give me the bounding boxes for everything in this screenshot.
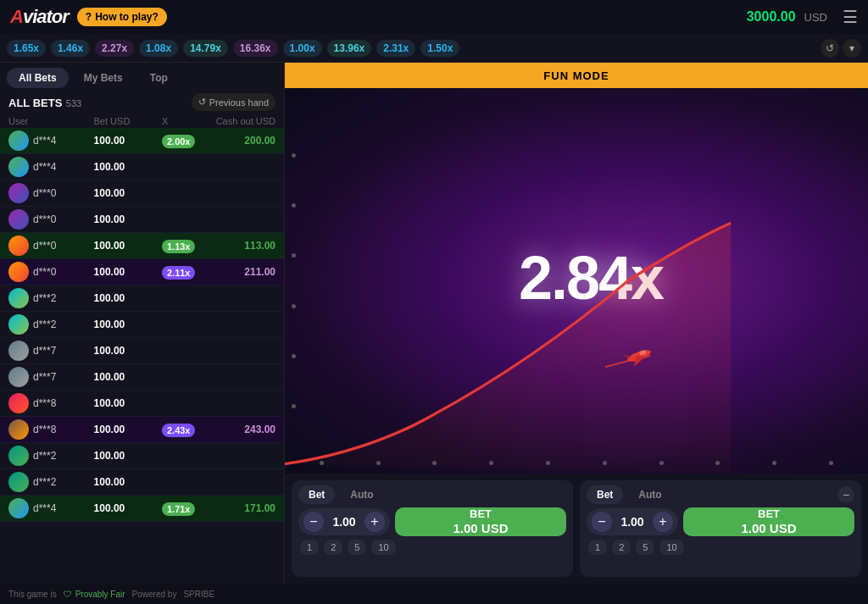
fun-mode-text: FUN MODE [543,69,609,82]
x-badge: 1.71x [162,502,196,516]
bet-stepper-1-plus[interactable]: + [364,512,385,532]
bet-tab-2-auto[interactable]: Auto [628,485,671,504]
avatar [8,262,29,282]
bet-row: d***4 100.00 2.00x 200.00 [0,128,284,154]
prev-hand-label: Previous hand [209,97,269,108]
mult-history-button[interactable]: ↺ [821,39,839,58]
footer-bar: This game is 🛡 Provably Fair Powered by … [0,584,868,604]
quick-amt-1-1[interactable]: 1 [300,540,319,555]
tab-all-bets[interactable]: All Bets [7,68,69,88]
avatar [8,288,29,308]
bet-tab-1-auto[interactable]: Auto [340,485,383,504]
cashout-amount: 211.00 [208,266,275,278]
avatar [8,472,29,492]
logo-text: Aviator [10,6,69,28]
bet-panel-2-close[interactable]: − [837,486,854,503]
history-icon: ↺ [198,97,206,108]
quick-amt-1-2[interactable]: 2 [324,540,342,555]
bet-btn-1-amount: 1.00 USD [453,521,508,536]
bet-stepper-1-minus[interactable]: − [303,512,324,532]
bet-row: d***8 100.00 [0,391,284,417]
mult-pill-1[interactable]: 1.46x [51,40,90,57]
mult-pill-7[interactable]: 13.96x [327,40,372,57]
bet-amount: 100.00 [94,187,162,199]
graph-dot [829,461,833,465]
col-header-user: User [8,116,94,126]
footer-fair[interactable]: 🛡 Provably Fair [64,590,125,599]
bet-btn-2-amount: 1.00 USD [741,521,796,536]
bet-amount: 100.00 [94,476,162,488]
graph-dot [603,461,607,465]
graph-dot [659,461,664,465]
bet-main-button-1[interactable]: BET 1.00 USD [395,507,566,536]
mult-pill-4[interactable]: 14.79x [183,40,228,57]
how-to-play-button[interactable]: ? How to play? [77,8,167,26]
mult-pill-0[interactable]: 1.65x [7,40,46,57]
bet-panel-1-tabs: Bet Auto [298,485,566,504]
bet-stepper-1-value: 1.00 [331,515,358,529]
quick-amt-1-5[interactable]: 5 [348,540,366,555]
mult-pill-9[interactable]: 1.50x [420,40,459,57]
bet-tab-1-bet[interactable]: Bet [298,485,335,504]
menu-icon[interactable]: ☰ [843,7,858,27]
mult-pill-2[interactable]: 2.27x [95,40,134,57]
bet-user: d***0 [8,236,94,256]
game-curve-svg [285,88,868,474]
x-badge: 1.13x [162,240,196,253]
avatar [8,236,29,256]
bet-username: d***7 [33,345,56,357]
quick-amounts-1: 1 2 5 10 [298,540,566,555]
quick-amt-1-10[interactable]: 10 [371,540,395,555]
x-badge: 2.00x [162,135,196,148]
bet-row: d***2 100.00 [0,469,284,496]
avatar [8,183,29,203]
bets-title: ALL BETS [8,97,62,109]
bet-row: d***0 100.00 2.11x 211.00 [0,259,284,285]
bet-x: 2.43x [162,422,208,437]
prev-hand-button[interactable]: ↺ Previous hand [192,93,275,111]
tab-top[interactable]: Top [138,68,180,88]
bet-row: d***4 100.00 1.71x 171.00 [0,496,284,522]
quick-amt-2-10[interactable]: 10 [659,540,683,555]
mult-expand-button[interactable]: ▾ [843,39,861,58]
bet-row: d***7 100.00 [0,364,284,391]
bets-header: ALL BETS 533 ↺ Previous hand [0,88,284,114]
bet-username: d***2 [33,292,56,304]
bet-amount: 100.00 [94,266,162,278]
balance-currency: USD [804,11,827,24]
bet-username: d***4 [33,502,56,514]
bet-stepper-2-plus[interactable]: + [653,512,673,532]
bet-username: d***2 [33,476,56,488]
bets-col-header: User Bet USD X Cash out USD [0,114,284,128]
avatar [8,314,29,335]
bet-username: d***7 [33,371,56,383]
bet-stepper-2: − 1.00 + [587,508,678,535]
bet-user: d***4 [8,130,94,151]
graph-dot [772,461,776,465]
bet-amount: 100.00 [94,397,162,409]
bet-row: d***0 100.00 1.13x 113.00 [0,233,284,259]
bet-user: d***4 [8,157,94,177]
quick-amt-2-5[interactable]: 5 [636,540,654,555]
quick-amt-2-1[interactable]: 1 [588,540,607,555]
bet-x: 2.11x [162,264,208,280]
bet-amount: 100.00 [94,502,162,514]
mult-pill-3[interactable]: 1.08x [139,40,178,57]
bet-tab-2-bet[interactable]: Bet [587,485,623,504]
bets-title-area: ALL BETS 533 [8,95,81,110]
betting-area: Bet Auto − 1.00 + BET 1.00 USD 1 [285,474,868,584]
tab-my-bets[interactable]: My Bets [72,68,135,88]
mult-pill-6[interactable]: 1.00x [283,40,322,57]
graph-dot [715,461,720,465]
bet-amount: 100.00 [94,450,162,462]
mult-pill-8[interactable]: 2.31x [376,40,415,57]
avatar [8,367,29,387]
bet-main-button-2[interactable]: BET 1.00 USD [683,507,854,536]
quick-amt-2-2[interactable]: 2 [612,540,631,555]
mult-pill-5[interactable]: 16.36x [233,40,278,57]
bet-username: d***8 [33,424,56,435]
bet-stepper-2-minus[interactable]: − [592,512,612,532]
bet-x: 1.13x [162,238,208,253]
bet-input-row-2: − 1.00 + BET 1.00 USD [587,507,854,536]
bet-row: d***8 100.00 2.43x 243.00 [0,417,284,443]
